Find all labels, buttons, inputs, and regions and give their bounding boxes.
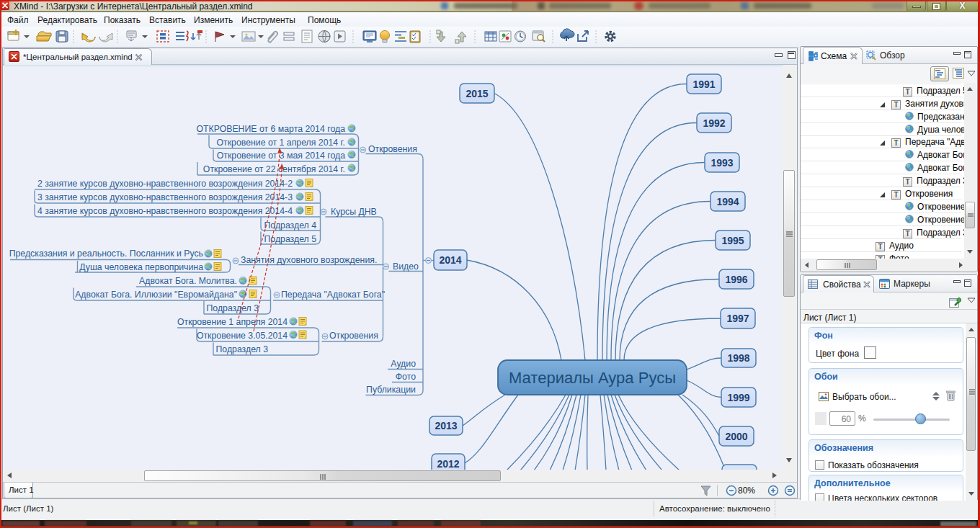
svg-text:Подраздел 3: Подраздел 3 [206,303,259,313]
svg-text:4 занятие курсов духовно-нравс: 4 занятие курсов духовно-нравственного в… [37,206,293,216]
svg-text:3 занятие курсов духовно-нравс: 3 занятие курсов духовно-нравственного в… [37,192,293,202]
svg-text:Адвокат Бога. Иллюзии "Евромай: Адвокат Бога. Иллюзии "Евромайдана" [75,290,237,300]
svg-text:Душа человека первопричина: Душа человека первопричина [79,262,203,272]
svg-text:1994: 1994 [716,196,739,207]
svg-text:1997: 1997 [726,313,749,324]
svg-text:Подраздел 3: Подраздел 3 [215,344,268,354]
svg-text:Материалы Аура Русы: Материалы Аура Русы [509,369,676,387]
svg-text:2015: 2015 [466,88,488,99]
svg-text:1995: 1995 [721,235,744,246]
svg-text:Откровение от 22 сентября 2014: Откровение от 22 сентября 2014 г. [203,164,345,174]
svg-text:Адвокат Бога. Молитва.: Адвокат Бога. Молитва. [139,276,237,286]
svg-text:Откровение 1 апреля 2014: Откровение 1 апреля 2014 [177,317,288,327]
svg-text:1996: 1996 [725,274,747,285]
svg-text:Подраздел 4: Подраздел 4 [264,220,316,231]
svg-text:Передача "Адвокат Бога": Передача "Адвокат Бога" [281,290,385,300]
svg-text:Откровение от 1 апреля 2014 г.: Откровение от 1 апреля 2014 г. [217,138,345,148]
svg-text:2012: 2012 [437,458,459,470]
svg-text:Предсказания и реальность. Пос: Предсказания и реальность. Посланник и Р… [9,249,203,259]
svg-text:2014: 2014 [439,254,461,266]
svg-text:1993: 1993 [710,157,733,169]
svg-text:Курсы ДНВ: Курсы ДНВ [331,207,377,217]
svg-text:Аудио: Аудио [391,359,416,369]
svg-text:ОТКРОВЕНИЕ от 6 марта 2014 год: ОТКРОВЕНИЕ от 6 марта 2014 года [196,124,345,134]
svg-text:2000: 2000 [725,431,747,442]
svg-text:1998: 1998 [727,352,749,364]
svg-text:Откровения: Откровения [368,144,417,154]
svg-text:Фото: Фото [396,372,416,382]
svg-text:Видео: Видео [393,261,419,272]
svg-text:1992: 1992 [703,117,725,129]
svg-text:Занятия духовного возрождения.: Занятия духовного возрождения. [241,255,377,265]
svg-text:2 занятие курсов духовно-нравс: 2 занятие курсов духовно-нравственного в… [37,179,293,189]
svg-text:1999: 1999 [727,392,749,403]
svg-text:Откровения: Откровения [329,331,378,341]
svg-text:2013: 2013 [435,420,457,431]
svg-text:1991: 1991 [692,79,715,90]
svg-text:Публикации: Публикации [366,385,416,395]
svg-text:Откровение 3.05.2014: Откровение 3.05.2014 [197,331,288,341]
